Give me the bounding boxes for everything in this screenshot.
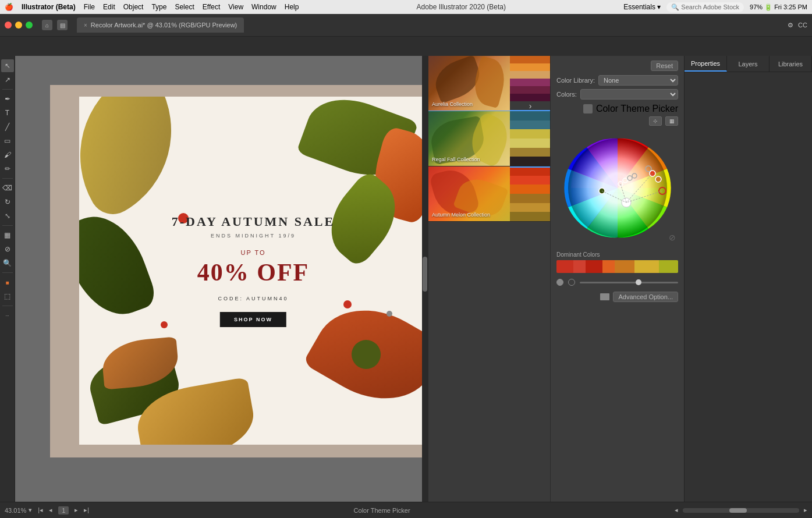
swatch-0-1[interactable] (510, 63, 550, 71)
pen-tool[interactable]: ✒ (1, 93, 14, 105)
swatch-0-2[interactable] (510, 71, 550, 79)
eyedropper-tool[interactable]: ⊘ (1, 243, 14, 256)
more-tools[interactable]: ··· (1, 309, 14, 322)
color-library-select[interactable]: None (598, 75, 678, 86)
color-wheel-container[interactable]: ⊘ (551, 128, 684, 248)
dom-seg-5[interactable] (634, 260, 659, 273)
menu-select[interactable]: Select (175, 3, 194, 11)
essentials-dropdown[interactable]: Essentials ▾ (623, 3, 661, 11)
fill-stroke[interactable]: ■ (1, 276, 14, 289)
zoom-tool[interactable]: 🔍 (1, 257, 14, 269)
tab-close-icon[interactable]: × (84, 22, 87, 29)
h-scroll-thumb[interactable] (729, 508, 747, 513)
rotate-tool[interactable]: ↻ (1, 196, 14, 208)
swatch-0-0[interactable] (510, 56, 550, 63)
arrange-icon[interactable]: ⚙ (788, 22, 793, 29)
swatch-1-2[interactable] (510, 129, 550, 139)
collection-regal[interactable]: Regal Fall Collection (428, 111, 550, 166)
zoom-dropdown[interactable]: ▾ (29, 506, 32, 514)
select-tool[interactable]: ↖ (1, 59, 14, 72)
nav-next-next[interactable]: ▸| (84, 506, 89, 514)
wheel-dot-orange[interactable] (655, 176, 661, 182)
swatch-2-1[interactable] (510, 176, 550, 185)
search-stock[interactable]: 🔍 Search Adobe Stock (666, 2, 744, 12)
colors-select[interactable] (580, 89, 678, 100)
eyedropper-icon[interactable]: ⊘ (669, 233, 676, 242)
canvas-area[interactable]: 7-DAY AUTUMN SALE ENDS MIDNIGHT 19/9 UP … (15, 56, 428, 502)
maximize-button[interactable] (26, 22, 33, 29)
vertical-scrollbar[interactable] (422, 56, 428, 502)
menu-effect[interactable]: Effect (203, 3, 220, 11)
apple-menu[interactable]: 🍎 (5, 3, 13, 11)
menu-object[interactable]: Object (123, 3, 144, 11)
tab-layers[interactable]: Layers (727, 56, 770, 72)
menu-file[interactable]: File (84, 3, 95, 11)
swatch-2-0[interactable] (510, 166, 550, 176)
swatch-1-3[interactable] (510, 139, 550, 148)
collection-autumn-melon[interactable]: Autumn Melon Collection (428, 166, 550, 222)
swatch-0-4[interactable] (510, 86, 550, 94)
app-name[interactable]: Illustrator (Beta) (22, 3, 76, 11)
dom-seg-1[interactable] (573, 260, 586, 273)
dom-seg-6[interactable] (659, 260, 678, 273)
dom-seg-4[interactable] (615, 260, 634, 273)
wheel-mode-1[interactable]: ⊹ (649, 116, 662, 126)
paintbrush-tool[interactable]: 🖌 (1, 148, 14, 161)
collections-panel: Aurelia Collection › Regal Fall Collecti… (428, 56, 550, 502)
layout-icon[interactable]: ▤ (57, 20, 68, 30)
nav-prev[interactable]: ◂ (49, 506, 52, 514)
slider-dot-2[interactable] (568, 279, 575, 286)
rect-tool[interactable]: ▭ (1, 134, 14, 147)
wheel-mode-2[interactable]: ▦ (665, 116, 678, 126)
swatch-1-5[interactable] (510, 157, 550, 166)
document-tab[interactable]: × Recolor Artwork.ai* @ 43.01% (RGB/GPU … (77, 17, 244, 33)
collection-aurelia[interactable]: Aurelia Collection › (428, 56, 550, 111)
swatch-2-3[interactable] (510, 194, 550, 203)
tab-libraries[interactable]: Libraries (770, 56, 812, 72)
direct-select-tool[interactable]: ↗ (1, 73, 14, 86)
slider-track[interactable] (580, 282, 678, 283)
swatch-2-2[interactable] (510, 185, 550, 194)
slider-dot-1[interactable] (556, 279, 563, 286)
home-icon[interactable]: ⌂ (42, 20, 52, 30)
menu-window[interactable]: Window (251, 3, 276, 11)
menu-type[interactable]: Type (151, 3, 166, 11)
reset-button[interactable]: Reset (651, 61, 678, 71)
nav-prev-prev[interactable]: |◂ (38, 506, 43, 514)
cc-icon[interactable]: CC (798, 22, 807, 29)
dom-seg-0[interactable] (556, 260, 573, 273)
folder-icon[interactable] (600, 293, 609, 300)
swatch-1-1[interactable] (510, 120, 550, 130)
line-tool[interactable]: ╱ (1, 120, 14, 133)
type-tool[interactable]: T (1, 107, 14, 119)
minimize-button[interactable] (15, 22, 22, 29)
menu-view[interactable]: View (228, 3, 243, 11)
dom-seg-2[interactable] (586, 260, 602, 273)
advanced-option-button[interactable]: Advanced Option... (613, 292, 678, 302)
scroll-thumb[interactable] (423, 257, 427, 292)
tab-properties[interactable]: Properties (685, 56, 727, 72)
scroll-left[interactable]: ◂ (675, 506, 678, 514)
eraser-tool[interactable]: ⌫ (1, 182, 14, 194)
slider-thumb[interactable] (636, 279, 641, 285)
menu-help[interactable]: Help (285, 3, 299, 11)
menu-edit[interactable]: Edit (103, 3, 115, 11)
swatch-0-5[interactable] (510, 94, 550, 101)
dom-seg-3[interactable] (602, 260, 615, 273)
swatch-2-4[interactable] (510, 203, 550, 212)
swatch-1-0[interactable] (510, 111, 550, 120)
swatch-0-3[interactable] (510, 79, 550, 86)
pencil-tool[interactable]: ✏ (1, 162, 14, 175)
swatch-2-5[interactable] (510, 212, 550, 221)
scale-tool[interactable]: ⤡ (1, 210, 14, 222)
nav-next[interactable]: ▸ (75, 506, 78, 514)
h-scrollbar[interactable] (683, 508, 799, 513)
swatch-0-more[interactable]: › (510, 101, 550, 111)
artboard-tool[interactable]: ⬚ (1, 290, 14, 303)
color-wheel-svg[interactable] (562, 133, 673, 243)
close-button[interactable] (5, 22, 12, 29)
scroll-right[interactable]: ▸ (804, 506, 807, 514)
artboard[interactable]: 7-DAY AUTUMN SALE ENDS MIDNIGHT 19/9 UP … (79, 97, 427, 445)
gradient-tool[interactable]: ▦ (1, 229, 14, 242)
swatch-1-4[interactable] (510, 148, 550, 157)
